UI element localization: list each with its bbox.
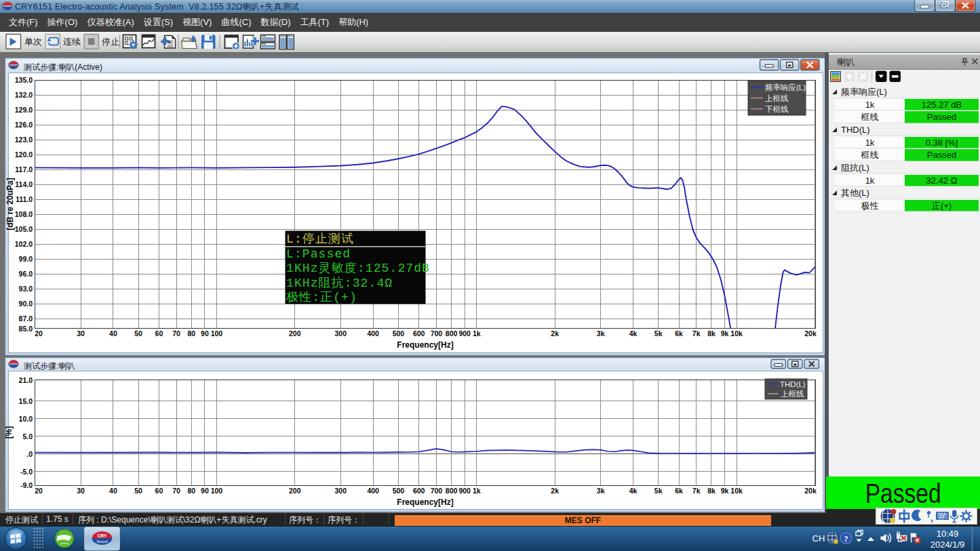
svg-text:Frequency[Hz]: Frequency[Hz]	[397, 497, 453, 507]
svg-text:L:Passed: L:Passed	[286, 247, 351, 261]
svg-text:200: 200	[289, 329, 301, 338]
svg-text:900: 900	[458, 329, 471, 338]
svg-text:极性:正(+): 极性:正(+)	[286, 291, 357, 304]
svg-text:上框线: 上框线	[781, 390, 804, 398]
svg-text:108.0: 108.0	[15, 210, 33, 218]
svg-text:1KHz阻抗:32.4Ω: 1KHz阻抗:32.4Ω	[286, 277, 393, 290]
svg-text:9k: 9k	[721, 329, 729, 338]
svg-text:70: 70	[172, 329, 180, 338]
svg-text:10k: 10k	[730, 487, 743, 495]
svg-text:-5.0: -5.0	[20, 468, 33, 476]
svg-text:L:停止测试: L:停止测试	[286, 232, 354, 246]
svg-text:4k: 4k	[629, 487, 638, 495]
svg-text:单次: 单次	[24, 37, 42, 47]
svg-text:4k: 4k	[629, 329, 638, 338]
svg-text:90.0: 90.0	[19, 300, 33, 308]
svg-text:下框线: 下框线	[765, 105, 789, 113]
svg-text:7k: 7k	[692, 487, 701, 495]
svg-text:700: 700	[431, 487, 443, 495]
svg-text:1k: 1k	[473, 487, 481, 495]
svg-text:7k: 7k	[692, 329, 701, 338]
svg-text:80: 80	[187, 487, 195, 495]
svg-text:100: 100	[211, 487, 223, 495]
svg-text:500: 500	[393, 487, 405, 495]
svg-text:117.0: 117.0	[15, 165, 33, 174]
svg-text:2k: 2k	[551, 329, 559, 338]
svg-text:10:49: 10:49	[937, 529, 959, 539]
svg-text:21.0: 21.0	[19, 376, 33, 384]
svg-text:132.0: 132.0	[15, 91, 33, 99]
svg-text:40: 40	[109, 329, 117, 338]
svg-text:600: 600	[413, 487, 425, 495]
svg-text:700: 700	[431, 329, 443, 338]
svg-text:6k: 6k	[675, 487, 683, 495]
svg-text:105.0: 105.0	[15, 225, 33, 233]
svg-text:5k: 5k	[654, 487, 663, 495]
svg-text:800: 800	[446, 487, 458, 495]
svg-text:,: ,	[930, 512, 933, 523]
svg-text:2k: 2k	[551, 487, 559, 495]
svg-text:129.0: 129.0	[15, 106, 33, 114]
svg-text:[%]: [%]	[4, 426, 14, 439]
svg-text:6k: 6k	[675, 329, 683, 338]
svg-text:停止: 停止	[102, 37, 119, 47]
svg-text:300: 300	[335, 329, 347, 338]
svg-text:连续: 连续	[63, 37, 81, 47]
svg-text:.0: .0	[26, 450, 33, 458]
svg-text:5.0: 5.0	[22, 432, 33, 441]
svg-text:-9.0: -9.0	[20, 481, 33, 489]
svg-text:100: 100	[211, 329, 223, 338]
svg-text:?: ?	[844, 534, 848, 544]
svg-text:50: 50	[134, 329, 142, 338]
svg-text:8k: 8k	[707, 487, 716, 495]
svg-text:3k: 3k	[597, 487, 605, 495]
svg-text:96.0: 96.0	[19, 270, 33, 278]
svg-text:5k: 5k	[654, 329, 663, 338]
svg-text:1KHz灵敏度:125.27dB: 1KHz灵敏度:125.27dB	[286, 261, 430, 275]
svg-text:60: 60	[155, 487, 163, 495]
svg-text:300: 300	[335, 487, 347, 495]
svg-text:1k: 1k	[473, 329, 481, 338]
svg-text:111.0: 111.0	[16, 195, 33, 203]
svg-text:30: 30	[77, 329, 85, 338]
svg-text:频率响应(L): 频率响应(L)	[765, 83, 806, 91]
svg-text:9k: 9k	[721, 487, 729, 495]
svg-text:50: 50	[134, 487, 142, 495]
svg-text:60: 60	[155, 329, 163, 338]
svg-text:102.0: 102.0	[15, 240, 33, 248]
svg-text:8k: 8k	[707, 329, 716, 338]
svg-text:800: 800	[446, 329, 458, 338]
svg-text:900: 900	[458, 487, 471, 495]
svg-text:400: 400	[367, 329, 379, 338]
svg-text:70: 70	[172, 487, 180, 495]
svg-text:[dB re 20uPa]: [dB re 20uPa]	[5, 178, 15, 230]
svg-text:20k: 20k	[804, 487, 817, 495]
svg-text:上框线: 上框线	[765, 94, 789, 102]
svg-text:400: 400	[367, 487, 379, 495]
svg-text:20: 20	[35, 487, 43, 495]
svg-text:CH: CH	[812, 533, 825, 544]
svg-text:90: 90	[201, 487, 209, 495]
svg-text:15.0: 15.0	[19, 397, 33, 405]
svg-text:99.0: 99.0	[19, 255, 33, 263]
svg-text:80: 80	[187, 329, 195, 338]
svg-text:85.0: 85.0	[19, 325, 33, 333]
svg-text:93.0: 93.0	[19, 285, 33, 293]
svg-text:Sound: Sound	[97, 539, 108, 544]
svg-text:500: 500	[393, 329, 405, 338]
svg-text:90: 90	[201, 329, 209, 338]
svg-text:200: 200	[289, 487, 301, 495]
svg-text:123.0: 123.0	[15, 136, 33, 144]
svg-text:3k: 3k	[597, 329, 605, 338]
svg-text:600: 600	[413, 329, 425, 338]
svg-text:Frequency[Hz]: Frequency[Hz]	[397, 340, 453, 350]
svg-text:120.0: 120.0	[15, 150, 33, 159]
svg-text:135.0: 135.0	[15, 76, 33, 84]
svg-text:87.0: 87.0	[19, 314, 33, 323]
svg-text:THD(L): THD(L)	[780, 380, 806, 388]
svg-text:20: 20	[35, 329, 43, 338]
svg-text:10k: 10k	[730, 329, 743, 338]
svg-text:114.0: 114.0	[15, 180, 33, 188]
svg-text:CRY: CRY	[98, 533, 107, 538]
svg-text:126.0: 126.0	[15, 121, 33, 129]
